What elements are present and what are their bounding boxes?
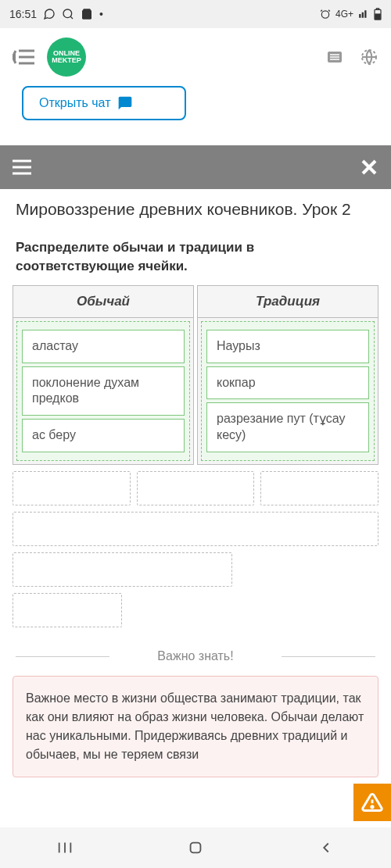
chat-label: Открыть чат (39, 96, 111, 110)
status-left: 16:51 • (9, 8, 103, 20)
empty-slot[interactable] (260, 471, 378, 505)
home-button[interactable] (187, 839, 204, 856)
drag-item[interactable]: кокпар (206, 366, 369, 400)
instruction-text: Распределите обычаи и традиции в соответ… (0, 226, 391, 285)
svg-point-0 (63, 9, 72, 18)
chat-button-wrap: Открыть чат (0, 86, 391, 130)
info-box: Важное место в жизни общества занимают т… (13, 676, 378, 777)
custom-drop-zone[interactable]: аластау поклонение духам предков ас беру (16, 321, 190, 461)
source-slots (13, 471, 378, 627)
status-right: 4G+ (320, 8, 382, 20)
whatsapp-icon (43, 8, 56, 20)
tradition-column: Традиция Наурыз кокпар разрезание пут (т… (197, 285, 378, 465)
network-label: 4G+ (335, 9, 353, 20)
empty-slot[interactable] (137, 471, 255, 505)
svg-line-1 (70, 16, 73, 19)
status-time: 16:51 (9, 8, 37, 20)
back-button[interactable] (317, 839, 335, 856)
recent-apps-button[interactable] (56, 839, 74, 856)
empty-slot[interactable] (13, 512, 378, 546)
dot-icon: • (99, 8, 103, 20)
logo-line2: MEKTEP (52, 57, 81, 64)
section-divider: Важно знать! (0, 649, 391, 663)
info-text: Важное место в жизни общества занимают т… (26, 691, 364, 761)
drag-item[interactable]: Наурыз (206, 330, 369, 363)
chat-icon (117, 95, 133, 111)
header-left: ONLINE MEKTEP (13, 38, 86, 77)
drag-item[interactable]: ас беру (22, 419, 185, 452)
app-header: ONLINE MEKTEP (0, 28, 391, 86)
warning-badge[interactable] (353, 784, 391, 821)
close-button[interactable] (347, 145, 391, 189)
search-icon (62, 8, 74, 20)
svg-point-21 (371, 806, 373, 808)
svg-rect-4 (376, 9, 378, 10)
drag-item[interactable]: аластау (22, 330, 185, 363)
page-title: Мировоззрение древних кочевников. Урок 2 (0, 189, 391, 226)
empty-slot[interactable] (13, 593, 122, 627)
custom-column: Обычай аластау поклонение духам предков … (13, 285, 194, 465)
bag-icon (81, 8, 93, 20)
logo[interactable]: ONLINE MEKTEP (47, 38, 86, 77)
battery-icon (374, 8, 382, 20)
drag-item[interactable]: разрезание пут (тұсау кесу) (206, 402, 369, 452)
alarm-icon (320, 9, 331, 20)
status-bar: 16:51 • 4G+ (0, 0, 391, 28)
drop-table: Обычай аластау поклонение духам предков … (13, 285, 378, 465)
divider-label: Важно знать! (157, 649, 233, 663)
empty-slot[interactable] (13, 471, 131, 505)
empty-slot[interactable] (13, 552, 232, 587)
header-right (325, 48, 378, 66)
list-icon[interactable] (325, 48, 344, 66)
hamburger-button[interactable] (0, 145, 44, 189)
open-chat-button[interactable]: Открыть чат (22, 86, 186, 120)
drag-item[interactable]: поклонение духам предков (22, 366, 185, 416)
menu-collapse-icon[interactable] (13, 48, 38, 66)
action-bar (0, 145, 391, 189)
tradition-header: Традиция (198, 286, 378, 318)
tradition-drop-zone[interactable]: Наурыз кокпар разрезание пут (тұсау кесу… (201, 321, 375, 461)
globe-icon[interactable] (360, 48, 378, 66)
system-nav-bar (0, 827, 391, 868)
svg-rect-5 (375, 14, 380, 19)
signal-icon (358, 9, 369, 20)
svg-rect-25 (191, 843, 201, 853)
svg-point-2 (321, 11, 328, 18)
custom-header: Обычай (13, 286, 193, 318)
